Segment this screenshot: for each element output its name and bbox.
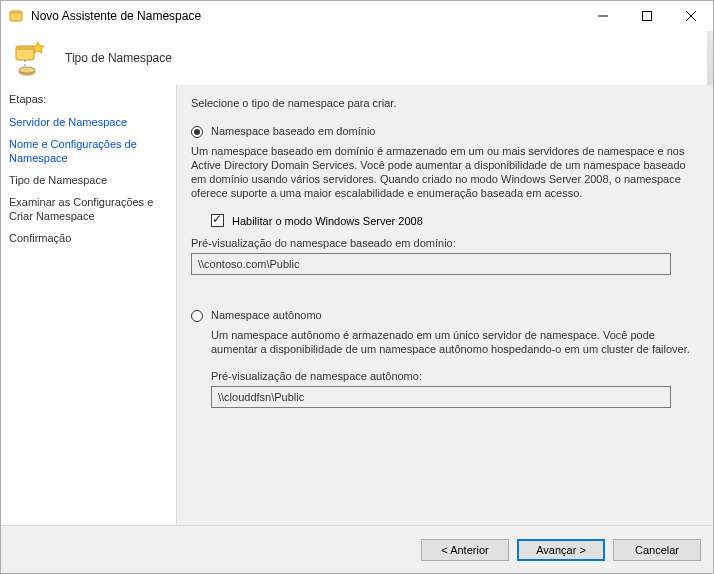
standalone-preview-value: \\clouddfsn\Public bbox=[211, 386, 671, 408]
svg-rect-1 bbox=[10, 11, 22, 14]
cancel-button[interactable]: Cancelar bbox=[613, 539, 701, 561]
domain-description: Um namespace baseado em domínio é armaze… bbox=[191, 144, 699, 200]
main-panel: Selecione o tipo de namespace para criar… bbox=[177, 85, 713, 525]
radio-standalone-label[interactable]: Namespace autônomo bbox=[211, 309, 322, 321]
checkbox-ws2008-mode[interactable] bbox=[211, 214, 224, 227]
domain-preview-label: Pré-visualização do namespace baseado em… bbox=[191, 237, 699, 249]
close-button[interactable] bbox=[669, 1, 713, 31]
step-review: Examinar as Configurações e Criar Namesp… bbox=[9, 195, 176, 223]
step-type: Tipo de Namespace bbox=[9, 173, 176, 187]
checkbox-ws2008-label[interactable]: Habilitar o modo Windows Server 2008 bbox=[232, 215, 423, 227]
back-button[interactable]: < Anterior bbox=[421, 539, 509, 561]
minimize-button[interactable] bbox=[581, 1, 625, 31]
standalone-description: Um namespace autônomo é armazenado em um… bbox=[211, 328, 699, 356]
step-name-settings[interactable]: Nome e Configurações de Namespace bbox=[9, 137, 176, 165]
option-domain-row: Namespace baseado em domínio bbox=[191, 125, 699, 138]
wizard-header: Tipo de Namespace bbox=[1, 31, 713, 85]
svg-rect-7 bbox=[16, 46, 34, 50]
svg-rect-3 bbox=[643, 12, 652, 21]
app-icon bbox=[9, 8, 25, 24]
steps-sidebar: Etapas: Servidor de Namespace Nome e Con… bbox=[1, 85, 177, 525]
radio-domain-based[interactable] bbox=[191, 126, 203, 138]
standalone-preview-label: Pré-visualização de namespace autônomo: bbox=[211, 370, 699, 382]
next-button[interactable]: Avançar > bbox=[517, 539, 605, 561]
steps-heading: Etapas: bbox=[9, 93, 176, 105]
step-server[interactable]: Servidor de Namespace bbox=[9, 115, 176, 129]
maximize-button[interactable] bbox=[625, 1, 669, 31]
titlebar: Novo Assistente de Namespace bbox=[1, 1, 713, 31]
wizard-footer: < Anterior Avançar > Cancelar bbox=[1, 525, 713, 573]
window-title: Novo Assistente de Namespace bbox=[31, 9, 201, 23]
svg-point-10 bbox=[19, 67, 35, 73]
domain-preview-value: \\contoso.com\Public bbox=[191, 253, 671, 275]
header-decoration bbox=[707, 31, 713, 85]
wizard-header-title: Tipo de Namespace bbox=[65, 51, 172, 65]
step-confirmation: Confirmação bbox=[9, 231, 176, 245]
wizard-header-icon bbox=[13, 38, 53, 78]
radio-domain-label[interactable]: Namespace baseado em domínio bbox=[211, 125, 375, 137]
radio-standalone[interactable] bbox=[191, 310, 203, 322]
content-area: Etapas: Servidor de Namespace Nome e Con… bbox=[1, 85, 713, 525]
option-standalone-row: Namespace autônomo bbox=[191, 309, 699, 322]
instruction-text: Selecione o tipo de namespace para criar… bbox=[191, 97, 699, 109]
checkbox-ws2008-row: Habilitar o modo Windows Server 2008 bbox=[211, 214, 699, 227]
